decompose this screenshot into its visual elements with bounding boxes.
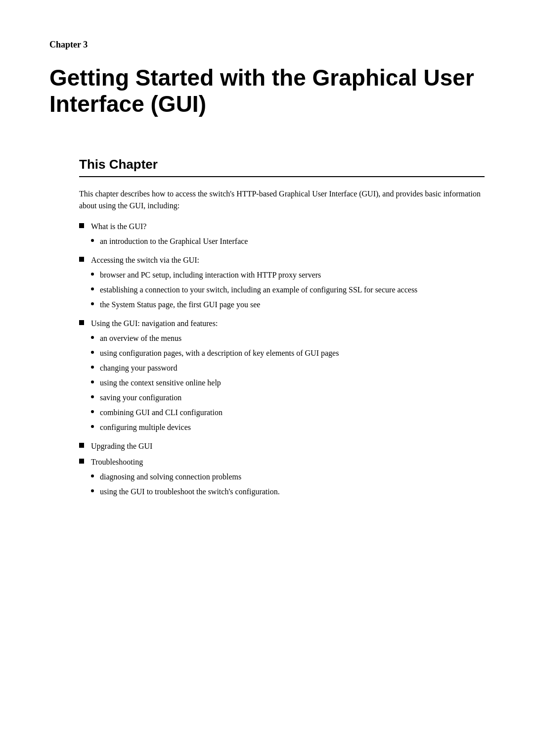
dot-bullet-icon (91, 410, 94, 413)
main-item-label: Accessing the switch via the GUI: (91, 256, 199, 264)
sub-list: an introduction to the Graphical User In… (91, 236, 485, 247)
dot-bullet-icon (91, 489, 94, 492)
list-item: What is the GUI? an introduction to the … (79, 221, 485, 250)
sub-item-label: configuring multiple devices (100, 422, 485, 433)
square-bullet-icon (79, 223, 84, 228)
dot-bullet-icon (91, 302, 94, 305)
list-item: configuring multiple devices (91, 422, 485, 433)
square-bullet-icon (79, 257, 84, 262)
main-item-label: Using the GUI: navigation and features: (91, 319, 218, 328)
dot-bullet-icon (91, 351, 94, 354)
intro-text: This chapter describes how to access the… (79, 188, 485, 212)
main-item-label: Troubleshooting (91, 458, 143, 466)
list-item: using configuration pages, with a descri… (91, 347, 485, 359)
list-item: browser and PC setup, including interact… (91, 269, 485, 281)
sub-item-label: using configuration pages, with a descri… (100, 347, 485, 359)
sub-item-label: an overview of the menus (100, 332, 485, 344)
sub-item-label: the System Status page, the first GUI pa… (100, 299, 485, 311)
square-bullet-icon (79, 443, 84, 448)
list-item: diagnosing and solving connection proble… (91, 471, 485, 483)
main-item-label: What is the GUI? (91, 222, 146, 231)
sub-item-label: changing your password (100, 362, 485, 374)
dot-bullet-icon (91, 395, 94, 398)
sub-item-label: combining GUI and CLI configuration (100, 407, 485, 419)
dot-bullet-icon (91, 380, 94, 383)
sub-list: browser and PC setup, including interact… (91, 269, 485, 311)
list-item: changing your password (91, 362, 485, 374)
list-item: using the context sensitive online help (91, 377, 485, 389)
sub-item-label: diagnosing and solving connection proble… (100, 471, 485, 483)
list-item: Accessing the switch via the GUI: browse… (79, 254, 485, 314)
main-item-label: Upgrading the GUI (91, 442, 152, 450)
sub-list: diagnosing and solving connection proble… (91, 471, 485, 498)
dot-bullet-icon (91, 474, 94, 477)
list-item: Troubleshooting diagnosing and solving c… (79, 456, 485, 501)
list-item: the System Status page, the first GUI pa… (91, 299, 485, 311)
square-bullet-icon (79, 320, 84, 325)
this-chapter-heading: This Chapter (79, 157, 485, 177)
page: Chapter 3 Getting Started with the Graph… (0, 0, 534, 756)
list-item: using the GUI to troubleshoot the switch… (91, 486, 485, 498)
dot-bullet-icon (91, 336, 94, 339)
sub-item-label: establishing a connection to your switch… (100, 284, 485, 296)
dot-bullet-icon (91, 366, 94, 369)
list-item: combining GUI and CLI configuration (91, 407, 485, 419)
square-bullet-icon (79, 459, 84, 464)
list-item: Using the GUI: navigation and features: … (79, 318, 485, 436)
dot-bullet-icon (91, 425, 94, 428)
list-item: establishing a connection to your switch… (91, 284, 485, 296)
list-item: Upgrading the GUI (79, 440, 485, 452)
sub-item-label: an introduction to the Graphical User In… (100, 236, 485, 247)
sub-list: an overview of the menus using configura… (91, 332, 485, 433)
list-item: an introduction to the Graphical User In… (91, 236, 485, 247)
sub-item-label: browser and PC setup, including interact… (100, 269, 485, 281)
list-item: an overview of the menus (91, 332, 485, 344)
chapter-title: Getting Started with the Graphical User … (49, 65, 485, 117)
chapter-label: Chapter 3 (49, 40, 485, 50)
dot-bullet-icon (91, 239, 94, 242)
sub-item-label: using the GUI to troubleshoot the switch… (100, 486, 485, 498)
this-chapter-section: This Chapter This chapter describes how … (79, 157, 485, 501)
dot-bullet-icon (91, 273, 94, 276)
sub-item-label: saving your configuration (100, 392, 485, 404)
dot-bullet-icon (91, 287, 94, 290)
sub-item-label: using the context sensitive online help (100, 377, 485, 389)
list-item: saving your configuration (91, 392, 485, 404)
main-list: What is the GUI? an introduction to the … (79, 221, 485, 501)
